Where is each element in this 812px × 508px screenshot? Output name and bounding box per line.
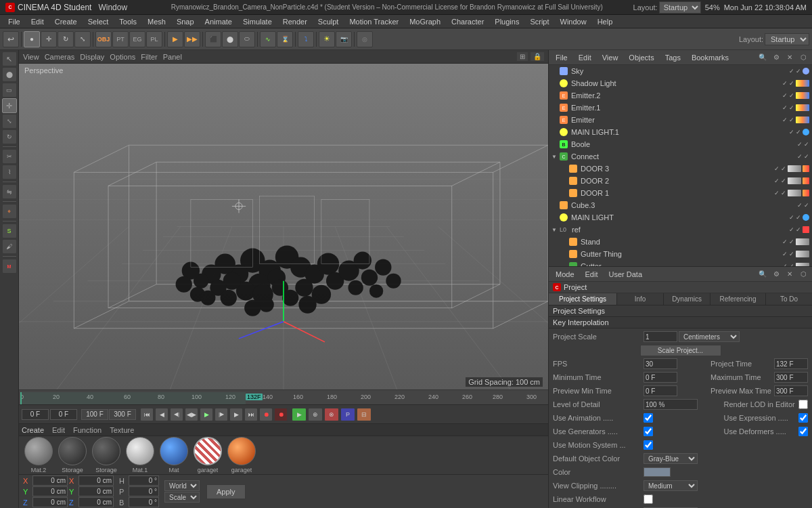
toolbar-render[interactable]: ▶ <box>167 31 183 47</box>
lod-input[interactable] <box>644 399 698 410</box>
menu-animate[interactable]: Animate <box>200 16 238 27</box>
panel-close-icon[interactable]: ✕ <box>784 51 796 64</box>
tool-move[interactable]: ✛ <box>2 98 17 113</box>
obj-emitter1[interactable]: E Emitter.1 ✓ ✓ <box>549 102 812 114</box>
panel-menu-file[interactable]: File <box>551 52 572 63</box>
btn-go-start[interactable]: ⏮ <box>140 408 154 421</box>
obj-connect[interactable]: ▼ C Connect ✓ ✓ <box>549 150 812 163</box>
tab-view[interactable]: View <box>23 53 39 61</box>
project-time-input[interactable] <box>774 358 808 369</box>
obj-ref[interactable]: ▼ L0 ref ✓ ✓ <box>549 224 812 236</box>
tab-dynamics[interactable]: Dynamics <box>664 293 710 305</box>
obj-sky[interactable]: Sky ✓ ✓ <box>549 65 812 77</box>
btn-extra3[interactable]: ⊗ <box>324 408 339 421</box>
material-item-1[interactable]: Mat.2 <box>24 437 53 473</box>
panel-menu-edit[interactable]: Edit <box>574 52 595 63</box>
z-pos-input[interactable] <box>32 497 68 507</box>
tool-paint[interactable]: 🖌 <box>2 239 17 254</box>
obj-emitter[interactable]: E Emitter ✓ ✓ <box>549 114 812 126</box>
toolbar-light[interactable]: ☀ <box>319 31 335 47</box>
obj-stand[interactable]: Stand ✓ ✓ <box>549 236 812 248</box>
tab-filter[interactable]: Filter <box>141 53 157 61</box>
toolbar-undo[interactable]: ↩ <box>3 31 19 47</box>
preview-min-input[interactable] <box>644 385 677 396</box>
h-input[interactable] <box>129 475 159 486</box>
obj-gutter-thing[interactable]: Gutter Thing ✓ ✓ <box>549 248 812 260</box>
toolbar-object-mode[interactable]: OBJ <box>95 31 112 47</box>
menu-plugins[interactable]: Plugins <box>489 16 524 27</box>
use-expr-checkbox[interactable] <box>798 413 808 423</box>
b-input[interactable] <box>129 497 159 507</box>
btn-extra5[interactable]: ⊟ <box>357 408 371 421</box>
use-gen-checkbox[interactable] <box>644 427 653 436</box>
attr-search-icon[interactable]: 🔍 <box>757 268 769 280</box>
attr-menu-user-data[interactable]: User Data <box>605 269 647 280</box>
material-item-2[interactable]: Storage <box>58 437 87 473</box>
toolbar-move[interactable]: ✛ <box>41 31 57 47</box>
y-size-input[interactable] <box>78 486 114 496</box>
z-size-input[interactable] <box>78 497 114 507</box>
tool-pointer[interactable]: ↖ <box>2 51 17 66</box>
layout-selector[interactable]: Startup <box>659 1 701 14</box>
tab-referencing[interactable]: Referencing <box>710 293 766 305</box>
fps-input[interactable] <box>644 358 677 369</box>
y-pos-input[interactable] <box>32 486 68 496</box>
menu-snap[interactable]: Snap <box>171 16 200 27</box>
toolbar-sphere[interactable]: ⬤ <box>222 31 238 47</box>
toolbar-poly-mode[interactable]: PL <box>146 31 162 47</box>
tab-function[interactable]: Function <box>73 426 102 434</box>
obj-door1[interactable]: DOOR 1 ✓ ✓ <box>549 187 812 199</box>
panel-menu-tags[interactable]: Tags <box>661 52 685 63</box>
toolbar-render-view[interactable]: ▶▶ <box>184 31 200 47</box>
toolbar-point-mode[interactable]: PT <box>112 31 129 47</box>
tool-rotate[interactable]: ↻ <box>2 129 17 144</box>
panel-expand-icon[interactable]: ⬡ <box>797 51 809 64</box>
menu-script[interactable]: Script <box>524 16 554 27</box>
obj-main-light1[interactable]: MAIN LIGHT.1 ✓ ✓ <box>549 126 812 138</box>
frame-display-2[interactable] <box>50 409 77 420</box>
tab-cameras[interactable]: Cameras <box>45 53 75 61</box>
toolbar-camera[interactable]: 📷 <box>336 31 352 47</box>
color-swatch[interactable] <box>644 467 671 477</box>
project-scale-input[interactable] <box>644 331 677 342</box>
tool-bridge[interactable]: ⌇ <box>2 165 17 179</box>
obj-boole[interactable]: B Boole ✓ ✓ <box>549 138 812 150</box>
attr-menu-mode[interactable]: Mode <box>551 269 579 280</box>
tab-panel[interactable]: Panel <box>163 53 182 61</box>
toolbar-edge-mode[interactable]: EG <box>129 31 145 47</box>
use-motion-checkbox[interactable] <box>644 440 653 450</box>
render-lod-checkbox[interactable] <box>798 400 808 409</box>
view-clipping-selector[interactable]: Medium <box>644 480 698 491</box>
coord-system-selector[interactable]: World <box>164 480 200 491</box>
obj-door2[interactable]: DOOR 2 ✓ ✓ <box>549 175 812 187</box>
layout-selector-toolbar[interactable]: Startup <box>765 33 809 45</box>
tab-create[interactable]: Create <box>22 426 44 434</box>
tool-magnet[interactable]: ⌖ <box>2 204 17 219</box>
menu-simulate[interactable]: Simulate <box>238 16 277 27</box>
toolbar-rotate[interactable]: ↻ <box>58 31 74 47</box>
obj-main-light[interactable]: MAIN LIGHT ✓ ✓ <box>549 211 812 224</box>
menu-create[interactable]: Create <box>49 16 83 27</box>
tab-info[interactable]: Info <box>617 293 664 305</box>
toolbar-cube[interactable]: ⬛ <box>205 31 221 47</box>
material-item-5[interactable]: Mat <box>160 437 188 473</box>
btn-next-frame[interactable]: ▶ <box>229 408 243 421</box>
obj-door3[interactable]: DOOR 3 ✓ ✓ <box>549 163 812 175</box>
use-deform-checkbox[interactable] <box>798 427 808 436</box>
material-item-4[interactable]: Mat.1 <box>126 437 154 473</box>
obj-cube3[interactable]: Cube.3 ✓ ✓ <box>549 199 812 211</box>
toolbar-scale[interactable]: ⤡ <box>74 31 91 47</box>
panel-menu-view[interactable]: View <box>598 52 623 63</box>
menu-select[interactable]: Select <box>83 16 114 27</box>
preview-end-input[interactable] <box>109 409 136 420</box>
preview-max-input[interactable] <box>774 385 808 396</box>
btn-go-end[interactable]: ⏭ <box>244 408 258 421</box>
material-item-6[interactable]: garaget <box>194 437 222 473</box>
x-pos-input[interactable] <box>32 475 68 486</box>
max-time-input[interactable] <box>774 372 808 383</box>
attr-close-icon[interactable]: ✕ <box>784 268 796 280</box>
attr-menu-edit[interactable]: Edit <box>581 269 602 280</box>
btn-extra1[interactable]: ▶ <box>292 408 307 421</box>
apply-button[interactable]: Apply <box>206 484 246 499</box>
btn-play[interactable]: ▶ <box>200 408 213 421</box>
